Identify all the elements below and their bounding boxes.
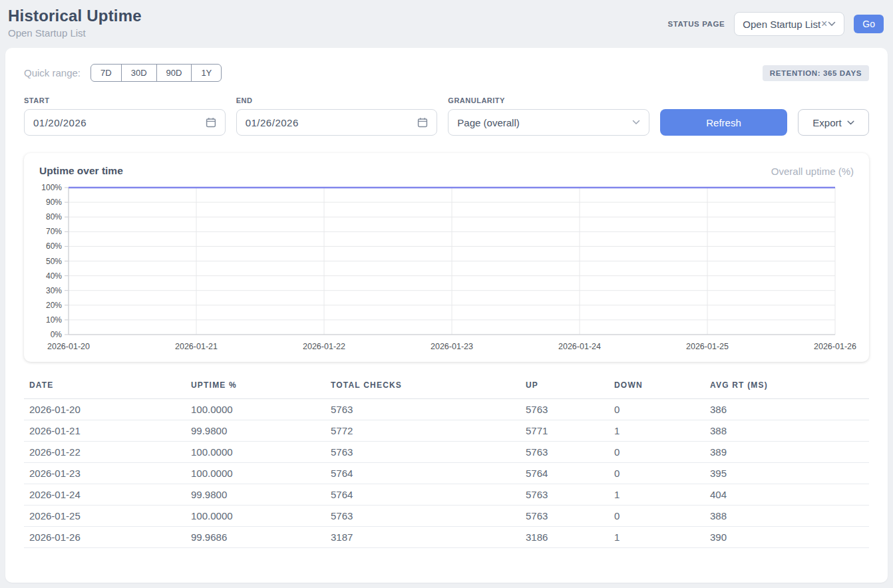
cell-date: 2026-01-21	[24, 420, 186, 442]
svg-text:100%: 100%	[41, 183, 62, 192]
quick-range-label: Quick range:	[24, 67, 81, 78]
cell-total-checks: 5764	[325, 484, 520, 506]
export-label: Export	[812, 117, 841, 128]
cell-up: 5763	[520, 506, 609, 527]
table-row: 2026-01-25100.0000576357630388	[24, 506, 869, 527]
chevron-down-icon	[632, 120, 640, 125]
quick-range-wrap: Quick range: 7D30D90D1Y	[24, 64, 222, 82]
cell-up: 5764	[520, 463, 609, 484]
granularity-value: Page (overall)	[457, 117, 519, 128]
quick-range-7d[interactable]: 7D	[90, 64, 122, 82]
svg-text:0%: 0%	[51, 330, 63, 339]
cell-uptime: 99.9800	[186, 420, 325, 442]
uptime-table: DATEUPTIME %TOTAL CHECKSUPDOWNAVG RT (MS…	[24, 378, 869, 548]
start-date-value: 01/20/2026	[33, 117, 87, 128]
end-date-input[interactable]: 01/26/2026	[236, 109, 438, 136]
svg-text:70%: 70%	[46, 227, 62, 236]
column-header-uptime: UPTIME %	[186, 378, 325, 399]
filters-top-row: Quick range: 7D30D90D1Y RETENTION: 365 D…	[24, 64, 869, 82]
svg-text:20%: 20%	[46, 301, 62, 310]
clear-icon[interactable]: ×	[821, 18, 827, 30]
cell-avg-rt-ms: 388	[705, 506, 869, 527]
calendar-icon[interactable]	[417, 117, 428, 128]
retention-badge: RETENTION: 365 DAYS	[763, 65, 869, 81]
table-row: 2026-01-2199.9800577257711388	[24, 420, 869, 442]
start-label: START	[24, 96, 226, 104]
cell-total-checks: 5763	[325, 442, 520, 463]
cell-uptime: 100.0000	[186, 442, 325, 463]
status-page-select[interactable]: Open Startup List ×	[734, 12, 844, 36]
cell-avg-rt-ms: 395	[705, 463, 869, 484]
cell-avg-rt-ms: 389	[705, 442, 869, 463]
go-button[interactable]: Go	[854, 15, 884, 33]
granularity-select[interactable]: Page (overall)	[448, 109, 649, 136]
chart-title: Uptime over time	[39, 165, 123, 177]
table-header-row: DATEUPTIME %TOTAL CHECKSUPDOWNAVG RT (MS…	[24, 378, 869, 399]
svg-text:40%: 40%	[46, 271, 62, 281]
uptime-chart: 0%10%20%30%40%50%60%70%80%90%100%2026-01…	[39, 181, 857, 357]
cell-uptime: 100.0000	[186, 399, 325, 420]
svg-text:90%: 90%	[46, 198, 62, 207]
cell-down: 0	[609, 399, 705, 420]
table-body: 2026-01-20100.00005763576303862026-01-21…	[24, 399, 869, 548]
cell-date: 2026-01-25	[24, 506, 186, 527]
end-date-value: 01/26/2026	[246, 117, 299, 128]
cell-up: 3186	[520, 527, 609, 548]
cell-up: 5763	[520, 484, 609, 506]
page-header: Historical Uptime Open Startup List STAT…	[0, 0, 893, 48]
cell-total-checks: 3187	[325, 527, 520, 548]
table-head: DATEUPTIME %TOTAL CHECKSUPDOWNAVG RT (MS…	[24, 378, 869, 399]
svg-text:80%: 80%	[46, 212, 62, 221]
cell-total-checks: 5763	[325, 399, 520, 420]
svg-text:10%: 10%	[46, 315, 62, 325]
quick-range-1y[interactable]: 1Y	[191, 64, 222, 82]
svg-text:2026-01-22: 2026-01-22	[303, 342, 345, 351]
svg-text:2026-01-21: 2026-01-21	[175, 342, 218, 351]
filters-fields-row: START 01/20/2026 END 01/26/2026 GRANULAR…	[24, 96, 869, 136]
refresh-button[interactable]: Refresh	[660, 109, 787, 136]
table-row: 2026-01-2699.9686318731861390	[24, 527, 869, 548]
calendar-icon[interactable]	[206, 117, 216, 128]
svg-text:2026-01-24: 2026-01-24	[558, 342, 601, 351]
quick-range-30d[interactable]: 30D	[121, 64, 157, 82]
cell-total-checks: 5763	[325, 506, 520, 527]
cell-uptime: 99.9800	[186, 484, 325, 506]
svg-text:50%: 50%	[46, 257, 62, 266]
cell-date: 2026-01-23	[24, 463, 186, 484]
page-title: Historical Uptime	[8, 7, 142, 25]
granularity-field-group: GRANULARITY Page (overall)	[448, 96, 649, 136]
cell-uptime: 100.0000	[186, 506, 325, 527]
cell-down: 0	[609, 463, 705, 484]
cell-date: 2026-01-22	[24, 442, 186, 463]
cell-avg-rt-ms: 404	[705, 484, 869, 506]
table-row: 2026-01-2499.9800576457631404	[24, 484, 869, 506]
quick-range-group: 7D30D90D1Y	[90, 64, 222, 82]
cell-avg-rt-ms: 386	[705, 399, 869, 420]
cell-total-checks: 5764	[325, 463, 520, 484]
status-page-controls: STATUS PAGE Open Startup List × Go	[667, 12, 884, 36]
column-header-avg-rt-ms: AVG RT (MS)	[705, 378, 869, 399]
cell-avg-rt-ms: 390	[705, 527, 869, 548]
chart-header: Uptime over time Overall uptime (%)	[39, 165, 854, 177]
column-header-total-checks: TOTAL CHECKS	[325, 378, 520, 399]
column-header-down: DOWN	[609, 378, 705, 399]
cell-down: 0	[609, 442, 705, 463]
granularity-label: GRANULARITY	[448, 96, 649, 104]
main-panel: Quick range: 7D30D90D1Y RETENTION: 365 D…	[5, 48, 888, 583]
cell-up: 5763	[520, 442, 609, 463]
uptime-chart-card: Uptime over time Overall uptime (%) 0%10…	[24, 153, 869, 362]
svg-text:2026-01-26: 2026-01-26	[814, 342, 856, 351]
table-row: 2026-01-23100.0000576457640395	[24, 463, 869, 484]
export-button[interactable]: Export	[798, 109, 869, 136]
page-subtitle: Open Startup List	[8, 27, 142, 39]
quick-range-90d[interactable]: 90D	[156, 64, 192, 82]
table-row: 2026-01-20100.0000576357630386	[24, 399, 869, 420]
start-date-input[interactable]: 01/20/2026	[24, 109, 226, 136]
cell-down: 1	[609, 484, 705, 506]
chevron-down-icon	[828, 21, 836, 27]
cell-avg-rt-ms: 388	[705, 420, 869, 442]
cell-total-checks: 5772	[325, 420, 520, 442]
start-field-group: START 01/20/2026	[24, 96, 226, 136]
cell-uptime: 100.0000	[186, 463, 325, 484]
cell-date: 2026-01-24	[24, 484, 186, 506]
